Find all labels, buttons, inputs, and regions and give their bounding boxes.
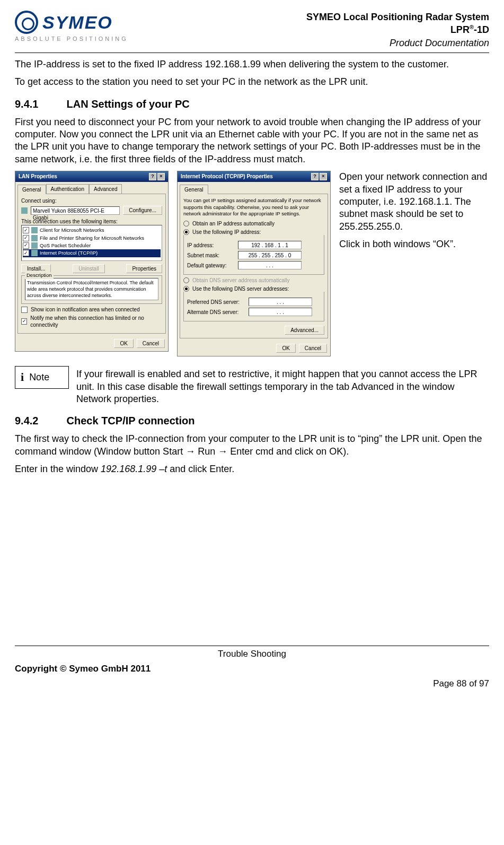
lan-titlebar: LAN Properties ? × — [15, 171, 168, 182]
lan-ok-button[interactable]: OK — [114, 339, 133, 348]
tcpip-cancel-button[interactable]: Cancel — [299, 344, 327, 353]
share-icon — [31, 235, 38, 241]
nic-icon — [21, 207, 28, 214]
tcpip-icon — [31, 250, 38, 256]
help-icon[interactable]: ? — [311, 173, 319, 180]
alt-dns-field[interactable]: . . . — [249, 308, 312, 316]
arrow-icon: → — [218, 446, 227, 457]
page-header: SYMEO ABSOLUTE POSITIONING SYMEO Local P… — [15, 11, 489, 53]
side-p1: Open your network connection and set a f… — [339, 171, 489, 233]
connect-using-label: Connect using: — [21, 197, 162, 204]
subnet-mask-field[interactable]: 255 . 255 . 255 . 0 — [238, 251, 302, 259]
footer-page: Page 88 of 97 — [15, 678, 489, 690]
help-icon[interactable]: ? — [149, 173, 156, 180]
note-box: i Note — [15, 366, 69, 389]
properties-button[interactable]: Properties — [126, 264, 162, 273]
footer-copyright: Copyright © Symeo GmbH 2011 — [15, 663, 151, 675]
page-footer: Trouble Shooting Copyright © Symeo GmbH … — [15, 646, 489, 690]
dialogs-row: LAN Properties ? × General Authenticatio… — [15, 171, 489, 356]
tab-advanced[interactable]: Advanced — [89, 184, 122, 194]
client-icon — [31, 227, 38, 233]
use-following-ip-radio[interactable] — [183, 229, 189, 235]
obtain-ip-auto-radio[interactable] — [183, 221, 189, 227]
tcpip-tab-general[interactable]: General — [180, 185, 208, 194]
section-942-para1: The first way to check the IP-connection… — [15, 433, 489, 458]
logo-icon — [15, 11, 38, 34]
close-icon[interactable]: × — [157, 173, 165, 180]
ip-address-field[interactable]: 192 . 168 . 1 . 1 — [238, 241, 302, 249]
items-label: This connection uses the following items… — [21, 218, 162, 225]
obtain-dns-auto-radio — [183, 277, 189, 283]
note-row: i Note If your firewall is enabled and s… — [15, 366, 489, 405]
section-942-heading: 9.4.2 Check TCP/IP connection — [15, 414, 489, 428]
intro-paragraph-2: To get access to the station you need to… — [15, 76, 489, 88]
logo-subtitle: ABSOLUTE POSITIONING — [15, 35, 128, 42]
description-text: Transmission Control Protocol/Internet P… — [25, 278, 158, 300]
pref-dns-field[interactable]: . . . — [249, 298, 312, 306]
tcpip-intro: You can get IP settings assigned automat… — [183, 197, 324, 217]
tab-authentication[interactable]: Authentication — [46, 184, 89, 194]
gateway-field[interactable]: . . . — [238, 261, 302, 269]
logo-block: SYMEO ABSOLUTE POSITIONING — [15, 11, 128, 42]
note-text: If your firewall is enabled and set to r… — [76, 368, 489, 405]
configure-button[interactable]: Configure... — [123, 206, 162, 215]
show-icon-checkbox[interactable] — [21, 307, 28, 313]
notify-checkbox[interactable]: ✓ — [21, 318, 27, 325]
note-label: Note — [29, 371, 49, 384]
doc-title-line3: Product Documentation — [306, 37, 489, 49]
section-941-para: First you need to disconnect your PC fro… — [15, 116, 489, 166]
description-group: Description Transmission Control Protoco… — [21, 275, 162, 304]
qos-icon — [31, 242, 38, 249]
logo-text: SYMEO — [42, 11, 113, 34]
lan-cancel-button[interactable]: Cancel — [137, 339, 165, 348]
tcpip-titlebar: Internet Protocol (TCP/IP) Properties ? … — [178, 171, 330, 182]
advanced-button[interactable]: Advanced... — [285, 326, 324, 335]
tcpip-properties-window: Internet Protocol (TCP/IP) Properties ? … — [177, 171, 331, 356]
info-icon: i — [21, 370, 24, 385]
intro-paragraph-1: The IP-address is set to the fixed IP ad… — [15, 58, 489, 71]
tcpip-ok-button[interactable]: OK — [276, 344, 295, 353]
header-titles: SYMEO Local Positioning Radar System LPR… — [306, 11, 489, 49]
adapter-field: Marvell Yukon 88E8055 PCI-E Gigabi — [31, 206, 120, 215]
doc-title-line2: LPR®-1D — [306, 23, 489, 36]
tab-general[interactable]: General — [17, 185, 46, 194]
side-p2: Click in both windows “OK”. — [339, 238, 489, 250]
uninstall-button[interactable]: Uninstall — [73, 264, 104, 273]
items-list[interactable]: ✓Client for Microsoft Networks ✓File and… — [21, 225, 162, 261]
footer-section: Trouble Shooting — [15, 648, 489, 660]
section-941-heading: 9.4.1 LAN Settings of your PC — [15, 97, 489, 111]
lan-tabs: General Authentication Advanced — [15, 182, 168, 194]
doc-title-line1: SYMEO Local Positioning Radar System — [306, 11, 489, 23]
arrow-icon: → — [185, 446, 195, 457]
section-942-para2: Enter in the window 192.168.1.99 –t and … — [15, 463, 489, 475]
lan-properties-window: LAN Properties ? × General Authenticatio… — [15, 171, 169, 352]
close-icon[interactable]: × — [320, 173, 327, 180]
side-instructions: Open your network connection and set a f… — [339, 171, 489, 256]
use-following-dns-radio[interactable] — [183, 286, 189, 292]
